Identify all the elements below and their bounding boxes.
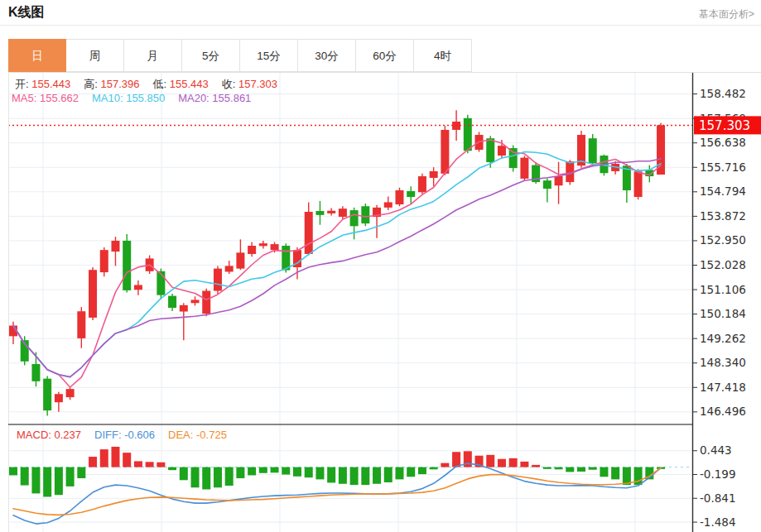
tab-day[interactable]: 日 [8,39,66,72]
tab-30min[interactable]: 30分 [298,39,356,72]
macd-histogram-layer [9,447,665,496]
tab-5min[interactable]: 5分 [182,39,240,72]
y-axis-tick-label: 0.443 [700,443,732,457]
kline-widget: K线图 基本面分析> 日周月5分15分30分60分4时 158.482157.5… [0,0,761,532]
svg-text:157.303: 157.303 [699,118,750,133]
tab-week[interactable]: 周 [66,39,124,72]
candles-layer [9,110,665,415]
y-axis-tick-label: -0.199 [700,467,736,481]
kline-chart-svg[interactable]: 158.482157.560156.638155.716154.794153.8… [0,0,761,532]
ma-lines-layer [13,140,661,387]
tab-60min[interactable]: 60分 [356,39,414,72]
y-axis-tick-label: 146.496 [700,405,746,418]
tab-month[interactable]: 月 [124,39,182,72]
tab-4hour[interactable]: 4时 [414,39,472,72]
y-axis-tick-label: -1.484 [700,515,736,529]
y-axis-tick-label: 158.482 [700,87,746,100]
y-axis-tick-label: 154.794 [700,185,746,198]
y-axis-tick-label: -0.841 [700,491,736,505]
y-axis-tick-label: 155.716 [700,161,746,174]
y-axis-tick-label: 153.872 [700,209,746,223]
y-axis-tick-label: 149.262 [700,332,746,345]
current-price-label: 157.303 [694,116,761,134]
y-axis-tick-label: 151.106 [700,283,746,296]
y-axis-tick-label: 152.950 [700,233,746,247]
timeframe-tabs: 日周月5分15分30分60分4时 [8,39,761,73]
y-axis-tick-label: 148.340 [700,356,746,369]
y-axis-tick-label: 150.184 [700,307,746,320]
y-axis: 158.482157.560156.638155.716154.794153.8… [692,87,746,528]
macd-lines-layer [13,463,661,524]
y-axis-tick-label: 156.638 [700,136,746,149]
tab-15min[interactable]: 15分 [240,39,298,72]
y-axis-tick-label: 147.418 [700,381,746,394]
y-axis-tick-label: 152.028 [700,258,746,271]
